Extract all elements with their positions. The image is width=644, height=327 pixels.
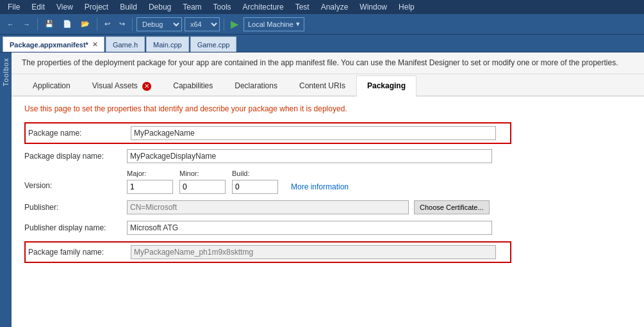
tab-game-cpp[interactable]: Game.cpp [190,36,237,52]
tab-capabilities[interactable]: Capabilities [162,76,224,97]
package-family-name-row: Package family name: [28,245,508,259]
package-name-label: Package name: [28,129,131,138]
tab-visual-assets[interactable]: Visual Assets ✕ [81,76,163,97]
menu-file[interactable]: File [3,1,25,13]
form-area: Use this page to set the properties that… [12,97,644,276]
config-dropdown[interactable]: Debug Release [136,17,182,31]
tab-label: Package.appxmanifest* [10,41,88,49]
tab-package-manifest[interactable]: Package.appxmanifest* ✕ [3,36,104,52]
menu-view[interactable]: View [51,1,78,13]
version-label: Version: [24,170,127,190]
menu-test[interactable]: Test [290,1,315,13]
publisher-display-name-input[interactable] [127,221,492,235]
more-info-link[interactable]: More information [291,182,349,191]
package-family-name-label: Package family name: [28,248,131,257]
form-description: Use this page to set the properties that… [24,104,631,113]
tab-packaging[interactable]: Packaging [356,76,417,97]
major-header: Major: [127,170,173,177]
menu-tools[interactable]: Tools [208,1,236,13]
menu-project[interactable]: Project [79,1,113,13]
error-badge-icon: ✕ [142,82,151,91]
package-display-name-label: Package display name: [24,152,127,161]
info-banner-text: The properties of the deployment package… [22,58,618,67]
new-file-button[interactable]: 📄 [60,17,75,32]
menu-help[interactable]: Help [393,1,420,13]
forward-button[interactable]: → [20,17,33,32]
package-name-input[interactable] [131,126,496,140]
arch-dropdown[interactable]: x64 x86 ARM [185,17,220,31]
menu-team[interactable]: Team [178,1,206,13]
tab-content-uris[interactable]: Content URIs [288,76,356,97]
separator-4 [224,18,224,31]
run-button[interactable]: ▶ [228,18,241,30]
local-machine-dropdown[interactable]: Local Machine ▾ [244,17,304,31]
version-headers: Major: Minor: Build: [127,170,349,177]
build-header: Build: [232,170,278,177]
package-display-name-input[interactable] [127,149,492,163]
tab-declarations[interactable]: Declarations [224,76,288,97]
info-banner: The properties of the deployment package… [12,52,644,74]
separator-2 [97,18,97,31]
minor-header: Minor: [179,170,226,177]
menu-edit[interactable]: Edit [26,1,50,13]
redo-button[interactable]: ↪ [116,17,128,32]
separator-3 [132,18,133,31]
main-layout: Toolbox The properties of the deployment… [0,52,644,327]
menu-build[interactable]: Build [115,1,142,13]
tab-label: Main.cpp [153,41,182,49]
choose-cert-button[interactable]: Choose Certificate... [414,200,490,214]
tab-label: Game.cpp [197,41,230,49]
dropdown-arrow-icon: ▾ [296,20,300,28]
local-machine-label: Local Machine [248,20,293,28]
content-area: The properties of the deployment package… [12,52,644,327]
inner-tabs: Application Visual Assets ✕ Capabilities… [12,74,644,97]
save-button[interactable]: 💾 [42,17,57,32]
toolbar: ← → 💾 📄 📂 ↩ ↪ Debug Release x64 x86 ARM … [0,14,644,35]
tab-label: Game.h [113,41,138,49]
publisher-display-name-label: Publisher display name: [24,223,127,232]
separator-1 [37,18,38,31]
tab-game-h[interactable]: Game.h [106,36,145,52]
version-fields: Major: Minor: Build: More information [127,170,349,194]
tab-main-cpp[interactable]: Main.cpp [146,36,189,52]
toolbox-sidebar[interactable]: Toolbox [0,52,12,327]
publisher-display-name-row: Publisher display name: [24,221,631,235]
undo-button[interactable]: ↩ [101,17,113,32]
version-inputs: More information [127,180,349,194]
menu-architecture[interactable]: Architecture [238,1,289,13]
publisher-label: Publisher: [24,203,127,212]
package-family-name-input[interactable] [131,245,496,259]
publisher-row: Publisher: Choose Certificate... [24,200,631,214]
version-row: Version: Major: Minor: Build: More infor… [24,170,631,194]
menu-debug[interactable]: Debug [144,1,176,13]
open-button[interactable]: 📂 [78,17,93,32]
close-icon[interactable]: ✕ [92,41,97,48]
package-name-row: Package name: [28,126,508,140]
version-major-input[interactable] [127,180,173,194]
menu-analyze[interactable]: Analyze [316,1,354,13]
menu-window[interactable]: Window [354,1,392,13]
tab-application[interactable]: Application [22,76,81,97]
version-minor-input[interactable] [179,180,226,194]
file-tabs: Package.appxmanifest* ✕ Game.h Main.cpp … [0,35,644,52]
toolbox-label: Toolbox [2,58,10,86]
version-build-input[interactable] [232,180,278,194]
publisher-input[interactable] [127,200,409,214]
package-display-name-row: Package display name: [24,149,631,163]
menu-bar: File Edit View Project Build Debug Team … [0,0,644,14]
back-button[interactable]: ← [4,17,17,32]
